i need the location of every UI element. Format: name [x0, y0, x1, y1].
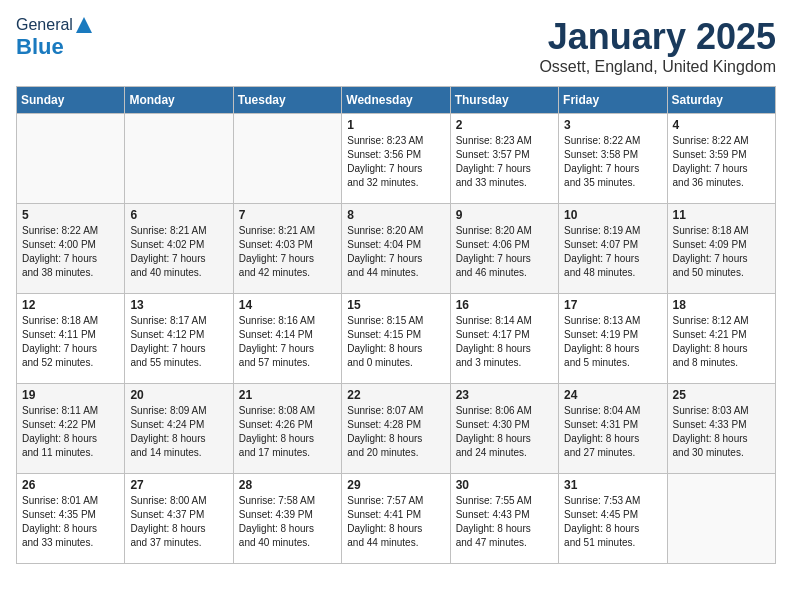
day-info: Sunrise: 7:55 AM Sunset: 4:43 PM Dayligh…: [456, 495, 532, 548]
day-info: Sunrise: 8:15 AM Sunset: 4:15 PM Dayligh…: [347, 315, 423, 368]
day-number: 30: [456, 478, 553, 492]
calendar-cell: 27Sunrise: 8:00 AM Sunset: 4:37 PM Dayli…: [125, 474, 233, 564]
day-info: Sunrise: 8:14 AM Sunset: 4:17 PM Dayligh…: [456, 315, 532, 368]
calendar-cell: 7Sunrise: 8:21 AM Sunset: 4:03 PM Daylig…: [233, 204, 341, 294]
day-number: 11: [673, 208, 770, 222]
day-info: Sunrise: 7:53 AM Sunset: 4:45 PM Dayligh…: [564, 495, 640, 548]
day-info: Sunrise: 7:57 AM Sunset: 4:41 PM Dayligh…: [347, 495, 423, 548]
weekday-header-cell: Friday: [559, 87, 667, 114]
calendar-table: SundayMondayTuesdayWednesdayThursdayFrid…: [16, 86, 776, 564]
calendar-cell: 4Sunrise: 8:22 AM Sunset: 3:59 PM Daylig…: [667, 114, 775, 204]
month-title: January 2025: [539, 16, 776, 58]
day-number: 18: [673, 298, 770, 312]
weekday-header-cell: Saturday: [667, 87, 775, 114]
svg-marker-0: [76, 17, 92, 33]
day-info: Sunrise: 8:21 AM Sunset: 4:03 PM Dayligh…: [239, 225, 315, 278]
weekday-header-row: SundayMondayTuesdayWednesdayThursdayFrid…: [17, 87, 776, 114]
day-info: Sunrise: 8:20 AM Sunset: 4:04 PM Dayligh…: [347, 225, 423, 278]
calendar-cell: 13Sunrise: 8:17 AM Sunset: 4:12 PM Dayli…: [125, 294, 233, 384]
day-number: 19: [22, 388, 119, 402]
day-info: Sunrise: 8:18 AM Sunset: 4:09 PM Dayligh…: [673, 225, 749, 278]
calendar-cell: 9Sunrise: 8:20 AM Sunset: 4:06 PM Daylig…: [450, 204, 558, 294]
day-info: Sunrise: 8:23 AM Sunset: 3:56 PM Dayligh…: [347, 135, 423, 188]
day-info: Sunrise: 8:19 AM Sunset: 4:07 PM Dayligh…: [564, 225, 640, 278]
weekday-header-cell: Monday: [125, 87, 233, 114]
day-number: 23: [456, 388, 553, 402]
calendar-cell: 5Sunrise: 8:22 AM Sunset: 4:00 PM Daylig…: [17, 204, 125, 294]
day-info: Sunrise: 8:12 AM Sunset: 4:21 PM Dayligh…: [673, 315, 749, 368]
day-number: 13: [130, 298, 227, 312]
day-info: Sunrise: 8:18 AM Sunset: 4:11 PM Dayligh…: [22, 315, 98, 368]
calendar-cell: 28Sunrise: 7:58 AM Sunset: 4:39 PM Dayli…: [233, 474, 341, 564]
day-info: Sunrise: 8:13 AM Sunset: 4:19 PM Dayligh…: [564, 315, 640, 368]
day-number: 29: [347, 478, 444, 492]
day-number: 7: [239, 208, 336, 222]
calendar-cell: 6Sunrise: 8:21 AM Sunset: 4:02 PM Daylig…: [125, 204, 233, 294]
calendar-cell: 8Sunrise: 8:20 AM Sunset: 4:04 PM Daylig…: [342, 204, 450, 294]
calendar-cell: 2Sunrise: 8:23 AM Sunset: 3:57 PM Daylig…: [450, 114, 558, 204]
day-info: Sunrise: 8:22 AM Sunset: 3:59 PM Dayligh…: [673, 135, 749, 188]
calendar-cell: 22Sunrise: 8:07 AM Sunset: 4:28 PM Dayli…: [342, 384, 450, 474]
day-info: Sunrise: 8:11 AM Sunset: 4:22 PM Dayligh…: [22, 405, 98, 458]
day-number: 27: [130, 478, 227, 492]
day-number: 3: [564, 118, 661, 132]
weekday-header-cell: Sunday: [17, 87, 125, 114]
calendar-cell: 20Sunrise: 8:09 AM Sunset: 4:24 PM Dayli…: [125, 384, 233, 474]
calendar-week-row: 12Sunrise: 8:18 AM Sunset: 4:11 PM Dayli…: [17, 294, 776, 384]
calendar-cell: 19Sunrise: 8:11 AM Sunset: 4:22 PM Dayli…: [17, 384, 125, 474]
logo-icon: [75, 16, 93, 34]
day-info: Sunrise: 8:16 AM Sunset: 4:14 PM Dayligh…: [239, 315, 315, 368]
day-info: Sunrise: 8:21 AM Sunset: 4:02 PM Dayligh…: [130, 225, 206, 278]
day-number: 28: [239, 478, 336, 492]
day-number: 8: [347, 208, 444, 222]
calendar-cell: [17, 114, 125, 204]
day-info: Sunrise: 8:01 AM Sunset: 4:35 PM Dayligh…: [22, 495, 98, 548]
calendar-cell: 1Sunrise: 8:23 AM Sunset: 3:56 PM Daylig…: [342, 114, 450, 204]
day-number: 25: [673, 388, 770, 402]
calendar-cell: 26Sunrise: 8:01 AM Sunset: 4:35 PM Dayli…: [17, 474, 125, 564]
calendar-week-row: 1Sunrise: 8:23 AM Sunset: 3:56 PM Daylig…: [17, 114, 776, 204]
weekday-header-cell: Tuesday: [233, 87, 341, 114]
calendar-cell: 24Sunrise: 8:04 AM Sunset: 4:31 PM Dayli…: [559, 384, 667, 474]
calendar-cell: 15Sunrise: 8:15 AM Sunset: 4:15 PM Dayli…: [342, 294, 450, 384]
calendar-cell: 3Sunrise: 8:22 AM Sunset: 3:58 PM Daylig…: [559, 114, 667, 204]
calendar-cell: 18Sunrise: 8:12 AM Sunset: 4:21 PM Dayli…: [667, 294, 775, 384]
day-number: 21: [239, 388, 336, 402]
calendar-cell: [667, 474, 775, 564]
day-number: 9: [456, 208, 553, 222]
day-number: 4: [673, 118, 770, 132]
calendar-cell: 25Sunrise: 8:03 AM Sunset: 4:33 PM Dayli…: [667, 384, 775, 474]
day-number: 22: [347, 388, 444, 402]
location: Ossett, England, United Kingdom: [539, 58, 776, 76]
calendar-cell: 16Sunrise: 8:14 AM Sunset: 4:17 PM Dayli…: [450, 294, 558, 384]
day-number: 10: [564, 208, 661, 222]
calendar-cell: 29Sunrise: 7:57 AM Sunset: 4:41 PM Dayli…: [342, 474, 450, 564]
day-number: 26: [22, 478, 119, 492]
calendar-cell: 30Sunrise: 7:55 AM Sunset: 4:43 PM Dayli…: [450, 474, 558, 564]
day-info: Sunrise: 8:03 AM Sunset: 4:33 PM Dayligh…: [673, 405, 749, 458]
day-info: Sunrise: 8:20 AM Sunset: 4:06 PM Dayligh…: [456, 225, 532, 278]
calendar-cell: 12Sunrise: 8:18 AM Sunset: 4:11 PM Dayli…: [17, 294, 125, 384]
day-info: Sunrise: 7:58 AM Sunset: 4:39 PM Dayligh…: [239, 495, 315, 548]
calendar-cell: 11Sunrise: 8:18 AM Sunset: 4:09 PM Dayli…: [667, 204, 775, 294]
calendar-cell: 14Sunrise: 8:16 AM Sunset: 4:14 PM Dayli…: [233, 294, 341, 384]
calendar-week-row: 19Sunrise: 8:11 AM Sunset: 4:22 PM Dayli…: [17, 384, 776, 474]
day-info: Sunrise: 8:22 AM Sunset: 4:00 PM Dayligh…: [22, 225, 98, 278]
calendar-cell: 31Sunrise: 7:53 AM Sunset: 4:45 PM Dayli…: [559, 474, 667, 564]
calendar-cell: 17Sunrise: 8:13 AM Sunset: 4:19 PM Dayli…: [559, 294, 667, 384]
logo: General Blue: [16, 16, 93, 60]
calendar-cell: 21Sunrise: 8:08 AM Sunset: 4:26 PM Dayli…: [233, 384, 341, 474]
day-number: 14: [239, 298, 336, 312]
day-number: 15: [347, 298, 444, 312]
day-number: 20: [130, 388, 227, 402]
calendar-cell: [233, 114, 341, 204]
day-number: 12: [22, 298, 119, 312]
day-number: 5: [22, 208, 119, 222]
day-number: 24: [564, 388, 661, 402]
day-info: Sunrise: 8:22 AM Sunset: 3:58 PM Dayligh…: [564, 135, 640, 188]
day-number: 1: [347, 118, 444, 132]
logo-general: General: [16, 16, 73, 34]
calendar-body: 1Sunrise: 8:23 AM Sunset: 3:56 PM Daylig…: [17, 114, 776, 564]
calendar-week-row: 26Sunrise: 8:01 AM Sunset: 4:35 PM Dayli…: [17, 474, 776, 564]
day-info: Sunrise: 8:04 AM Sunset: 4:31 PM Dayligh…: [564, 405, 640, 458]
